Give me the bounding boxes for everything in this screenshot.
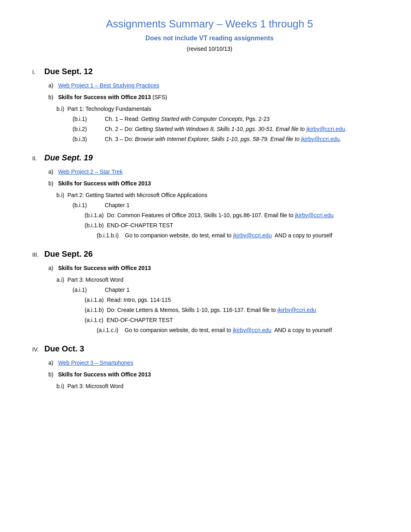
section-1-bi3-text: Ch. 3 – Do: Browse with Internet Explore… xyxy=(105,135,341,143)
section-2-bi1b-text: END-OF-CHAPTER TEST xyxy=(107,222,173,229)
section-3-ai1ci-text: Go to companion website, do test, email … xyxy=(125,327,332,333)
email-link-ai1b[interactable]: jkirby@ccri.edu xyxy=(278,307,316,313)
section-3-header: III. Due Sept. 26 xyxy=(32,248,387,260)
section-4-bi-text: Part 3: Microsoft Word xyxy=(67,383,123,389)
section-2-bi1-label: (b.i.1) xyxy=(73,201,105,210)
section-3-numeral: III. xyxy=(32,251,44,259)
section-4-sfs-title: Skills for Success with Office 2013 xyxy=(58,371,151,378)
section-3-item-a-label: a) xyxy=(48,265,56,271)
section-1-item-a: a) Web Project 1 – Best Studying Practic… xyxy=(48,81,387,90)
section-2-bi1a: (b.i.1.a) Do: Common Features of Office … xyxy=(85,211,387,220)
web-project-1-link[interactable]: Web Project 1 – Best Studying Practices xyxy=(58,82,159,89)
section-2-item-b-label: b) xyxy=(48,180,56,187)
email-link-bi2[interactable]: jkirby@ccri.edu xyxy=(306,126,345,132)
section-1-bi-text: Part 1: Technology Fundamentals xyxy=(67,106,151,112)
email-link-bi1bi[interactable]: jkirby@ccri.edu xyxy=(233,232,272,239)
section-2-item-b: b) Skills for Success with Office 2013 xyxy=(48,179,387,188)
section-1-bi3-label: (b.i.3) xyxy=(73,135,105,143)
web-project-3-link[interactable]: Web Project 3 – Smartphones xyxy=(58,360,133,366)
section-2-bi-label: b.i) xyxy=(56,192,66,198)
section-2-bi1-text: Chapter 1 xyxy=(105,201,129,210)
section-4-item-a: a) Web Project 3 – Smartphones xyxy=(48,359,387,367)
section-3-ai1a-label: (a.i.1.a) xyxy=(85,297,105,303)
section-3-sfs-title: Skills for Success with Office 2013 xyxy=(58,265,151,271)
section-2: II. Due Sept. 19 a) Web Project 2 – Star… xyxy=(32,152,387,240)
section-3-ai-label: a.i) xyxy=(56,276,66,283)
email-link-bi3[interactable]: jkirby@ccri.edu xyxy=(301,136,340,142)
section-3-ai1c-text: END-OF-CHAPTER TEST xyxy=(106,317,173,323)
section-3: III. Due Sept. 26 a) Skills for Success … xyxy=(32,248,387,335)
section-1-sfs-suffix: (SFS) xyxy=(152,94,167,100)
section-2-bi1a-label: (b.i.1.a) xyxy=(85,212,105,218)
section-2-bi: b.i) Part 2: Getting Started with Micros… xyxy=(56,191,387,200)
section-3-ai: a.i) Part 3: Microsoft Word xyxy=(56,276,387,284)
section-2-bi1b: (b.i.1.b) END-OF-CHAPTER TEST xyxy=(85,221,387,230)
section-2-bi1a-text: Do: Common Features of Office 2013, Skil… xyxy=(107,212,334,218)
section-3-title: Due Sept. 26 xyxy=(44,248,93,260)
section-3-ai1-text: Chapter 1 xyxy=(105,286,129,294)
section-2-bi-text: Part 2: Getting Started with Microsoft O… xyxy=(67,192,208,198)
page-subtitle: Does not include VT reading assignments xyxy=(32,33,387,43)
section-2-item-a-label: a) xyxy=(48,168,56,175)
section-1-item-a-label: a) xyxy=(48,82,56,89)
section-1-bi3: (b.i.3) Ch. 3 – Do: Browse with Internet… xyxy=(73,135,387,143)
section-4-bi-label: b.i) xyxy=(56,383,66,389)
section-3-ai1b-text: Do: Create Letters & Memos, Skills 1-10,… xyxy=(107,307,316,313)
section-2-bi1bi: (b.i.1.b.i) Go to companion website, do … xyxy=(97,231,387,240)
section-3-ai1b: (a.i.1.b) Do: Create Letters & Memos, Sk… xyxy=(85,306,387,314)
email-link-bi1a[interactable]: jkirby@ccri.edu xyxy=(295,212,334,218)
web-project-2-link[interactable]: Web Project 2 – Star Trek xyxy=(58,168,122,175)
section-3-ai1ci: (a.i.1.c.i) Go to companion website, do … xyxy=(97,326,387,335)
section-1-bi1-text: Ch. 1 – Read: Getting Started with Compu… xyxy=(105,115,270,123)
section-3-ai-text: Part 3: Microsoft Word xyxy=(67,276,123,283)
section-1-bi2-label: (b.i.2) xyxy=(73,125,105,133)
section-1-bi2-text: Ch. 2 – Do: Getting Started with Windows… xyxy=(105,125,347,133)
section-3-ai1b-label: (a.i.1.b) xyxy=(85,307,105,313)
section-2-numeral: II. xyxy=(32,154,44,163)
section-3-ai1a: (a.i.1.a) Read: Intro, pgs. 114-115 xyxy=(85,296,387,304)
section-1-item-b-label: b) xyxy=(48,94,56,100)
section-4-item-b: b) Skills for Success with Office 2013 xyxy=(48,370,387,379)
section-1-header: I. Due Sept. 12 xyxy=(32,65,387,77)
email-link-ai1ci[interactable]: jkirby@ccri.edu xyxy=(233,327,272,333)
section-3-ai1ci-label: (a.i.1.c.i) xyxy=(97,327,123,333)
section-4-numeral: IV. xyxy=(32,345,44,354)
section-3-ai1a-text: Read: Intro, pgs. 114-115 xyxy=(107,297,171,303)
page-title: Assignments Summary – Weeks 1 through 5 xyxy=(32,16,387,32)
section-4-header: IV. Due Oct. 3 xyxy=(32,343,387,355)
section-1: I. Due Sept. 12 a) Web Project 1 – Best … xyxy=(32,65,387,143)
section-3-item-a: a) Skills for Success with Office 2013 xyxy=(48,264,387,272)
section-4-item-a-label: a) xyxy=(48,360,56,366)
section-4: IV. Due Oct. 3 a) Web Project 3 – Smartp… xyxy=(32,343,387,391)
section-2-item-a: a) Web Project 2 – Star Trek xyxy=(48,168,387,176)
section-1-sfs-title: Skills for Success with Office 2013 xyxy=(58,94,151,100)
section-2-bi1bi-label: (b.i.1.b.i) xyxy=(97,232,123,239)
section-3-ai1c: (a.i.1.c) END-OF-CHAPTER TEST xyxy=(85,316,387,324)
section-2-header: II. Due Sept. 19 xyxy=(32,152,387,164)
section-2-title: Due Sept. 19 xyxy=(44,152,93,164)
section-1-bi: b.i) Part 1: Technology Fundamentals xyxy=(56,105,387,113)
section-2-bi1bi-text: Go to companion website, do test, email … xyxy=(125,232,332,239)
section-1-bi-label: b.i) xyxy=(56,106,66,112)
page-revised: (revised 10/10/13) xyxy=(32,45,387,53)
section-1-bi1-label: (b.i.1) xyxy=(73,115,105,123)
section-1-item-b: b) Skills for Success with Office 2013 (… xyxy=(48,93,387,102)
section-4-bi: b.i) Part 3: Microsoft Word xyxy=(56,382,387,391)
section-4-item-b-label: b) xyxy=(48,371,56,378)
section-1-title: Due Sept. 12 xyxy=(44,65,93,77)
section-3-ai1c-label: (a.i.1.c) xyxy=(85,317,105,323)
section-3-ai1-label: (a.i.1) xyxy=(73,286,105,294)
section-2-sfs-title: Skills for Success with Office 2013 xyxy=(58,180,151,187)
section-2-bi1b-label: (b.i.1.b) xyxy=(85,222,105,229)
section-1-bi1: (b.i.1) Ch. 1 – Read: Getting Started wi… xyxy=(73,115,387,123)
page-header: Assignments Summary – Weeks 1 through 5 … xyxy=(32,16,387,53)
section-2-bi1: (b.i.1) Chapter 1 xyxy=(73,201,387,210)
section-1-numeral: I. xyxy=(32,68,44,77)
section-4-title: Due Oct. 3 xyxy=(44,343,84,355)
section-3-ai1: (a.i.1) Chapter 1 xyxy=(73,286,387,294)
section-1-bi2: (b.i.2) Ch. 2 – Do: Getting Started with… xyxy=(73,125,387,133)
